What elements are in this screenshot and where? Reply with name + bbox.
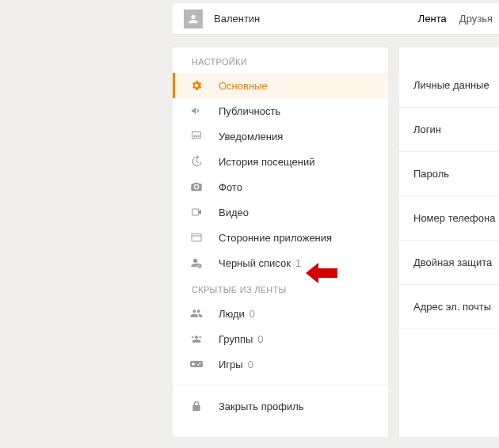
games-count: 0	[248, 359, 253, 370]
sidebar-item-apps[interactable]: Сторонние приложения	[173, 225, 388, 250]
sidebar-item-people[interactable]: Люди 0	[173, 301, 388, 326]
nav-feed[interactable]: Лента	[418, 13, 447, 25]
sidebar-item-label: Публичность	[219, 105, 280, 117]
people-count: 0	[250, 308, 255, 320]
sidebar-item-label: Люди	[219, 308, 245, 320]
sidebar-item-photo[interactable]: Фото	[173, 174, 388, 199]
notification-icon	[190, 130, 203, 142]
sidebar-item-video[interactable]: Видео	[173, 199, 388, 225]
settings-detail-panel: Личные данные Логин Пароль Номер телефон…	[399, 47, 499, 437]
avatar[interactable]	[184, 9, 203, 28]
sidebar-item-label: Сторонние приложения	[219, 232, 332, 244]
username[interactable]: Валентин	[214, 13, 260, 25]
section-header-settings: НАСТРОЙКИ	[173, 47, 388, 73]
nav-friends[interactable]: Друзья	[459, 13, 493, 25]
user-block-icon	[190, 256, 203, 269]
sidebar-item-label: Черный список	[219, 257, 291, 269]
camera-icon	[190, 180, 203, 193]
sidebar-item-label: Группы	[219, 333, 253, 345]
groups-count: 0	[257, 333, 263, 345]
sidebar-item-label: Уведомления	[219, 131, 283, 142]
sidebar-item-history[interactable]: История посещений	[173, 149, 388, 174]
sidebar-item-label: Основные	[219, 80, 268, 92]
sidebar-item-lock-profile[interactable]: Закрыть профиль	[173, 393, 388, 419]
sidebar-item-basic[interactable]: Основные	[173, 73, 388, 98]
field-password[interactable]: Пароль	[399, 152, 499, 196]
sidebar-item-label: История посещений	[219, 156, 315, 168]
sidebar-item-publicity[interactable]: Публичность	[173, 98, 388, 123]
field-login[interactable]: Логин	[399, 108, 499, 152]
blacklist-count: 1	[295, 257, 301, 269]
field-label: Адрес эл. почты	[413, 301, 491, 313]
sidebar-item-games[interactable]: Игры 0	[173, 351, 388, 377]
field-phone[interactable]: Номер телефона	[399, 196, 499, 241]
groups-icon	[190, 332, 203, 345]
top-nav: Лента Друзья	[418, 13, 499, 25]
megaphone-icon	[190, 104, 203, 117]
top-bar: Валентин Лента Друзья	[173, 3, 499, 35]
field-label: Двойная защита	[413, 256, 492, 268]
sidebar-item-blacklist[interactable]: Черный список 1	[173, 250, 388, 275]
sidebar-item-label: Видео	[219, 207, 249, 218]
gear-icon	[190, 79, 203, 92]
field-label: Пароль	[413, 168, 449, 180]
divider	[173, 385, 388, 385]
field-label: Логин	[413, 123, 441, 135]
section-header-hidden: СКРЫТЫЕ ИЗ ЛЕНТЫ	[173, 275, 388, 301]
field-label: Личные данные	[413, 79, 489, 91]
sidebar-item-notifications[interactable]: Уведомления	[173, 123, 388, 149]
history-icon	[190, 155, 203, 168]
sidebar-item-groups[interactable]: Группы 0	[173, 326, 388, 351]
field-email[interactable]: Адрес эл. почты	[399, 285, 499, 329]
field-label: Номер телефона	[413, 212, 495, 224]
apps-icon	[190, 231, 203, 244]
sidebar-item-label: Закрыть профиль	[219, 401, 304, 412]
field-double-protection[interactable]: Двойная защита	[399, 241, 499, 285]
sidebar-item-label: Фото	[219, 181, 242, 193]
field-personal-data[interactable]: Личные данные	[399, 63, 499, 108]
people-icon	[190, 307, 203, 320]
settings-sidebar: НАСТРОЙКИ Основные Публичность Уведомлен…	[173, 47, 388, 437]
sidebar-item-label: Игры	[219, 359, 243, 370]
lock-icon	[190, 400, 203, 412]
gamepad-icon	[190, 358, 203, 370]
video-icon	[190, 206, 203, 218]
